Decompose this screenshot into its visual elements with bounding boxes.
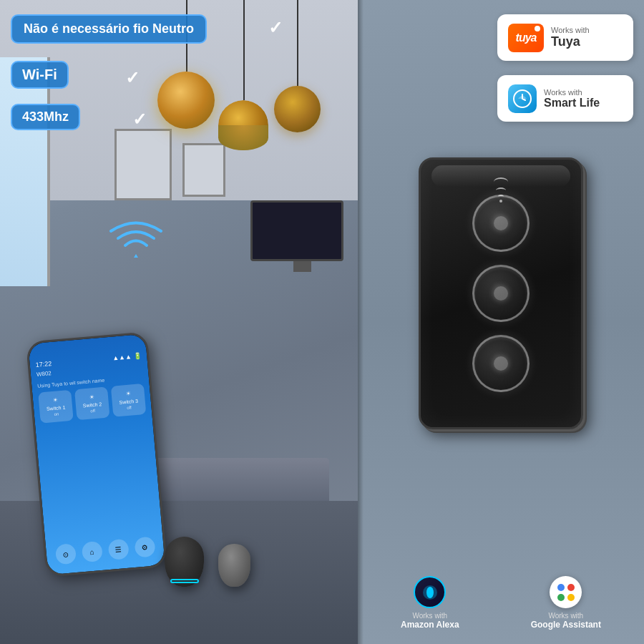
left-panel: Não é necessário fio Neutro ✓ Wi-Fi ✓ 43…: [0, 0, 358, 644]
tuya-works-with-label: Works with: [551, 26, 590, 34]
svg-point-3: [557, 584, 565, 591]
tuya-name-label: Tuya: [551, 34, 590, 49]
google-label: Works with Google Assistant: [531, 612, 601, 630]
wifi-arc-1: [494, 177, 508, 186]
tv: [250, 200, 343, 261]
switch-button-3[interactable]: [472, 335, 530, 392]
phone-switch-1[interactable]: ☀ Switch 1 on: [38, 390, 74, 424]
phone-time: 17:22: [35, 360, 52, 369]
badge-neutro-text: Não é necessário fio Neutro: [24, 21, 194, 36]
switch-button-1-inner: [494, 216, 508, 230]
pendant-lamp-1: [157, 72, 215, 129]
pendant-cord-3: [297, 0, 298, 86]
phone-mockup: 17:22 ▲▲▲ 🔋 W802 Using Tuya to wit switc…: [26, 331, 167, 577]
phone-bottom-nav: ⊙ ⌂ ☰ ⚙: [51, 532, 159, 569]
phone-nav-4[interactable]: ⚙: [134, 536, 155, 557]
switch-wifi-indicator: [494, 177, 508, 203]
phone-switch-2[interactable]: ☀ Switch 2 off: [74, 386, 110, 420]
smart-life-badge: Works with Smart Life: [497, 75, 633, 122]
check-433: ✓: [132, 109, 147, 130]
tuya-logo: tuya: [508, 24, 544, 52]
bottom-badges: Works with Amazon Alexa Works with Googl…: [365, 576, 637, 630]
wall-switch: [419, 157, 583, 429]
panel-divider: [358, 0, 364, 644]
wall-frame-2: [182, 143, 225, 197]
phone-nav-2[interactable]: ⌂: [81, 541, 102, 562]
badge-433mhz: 433Mhz: [11, 104, 80, 130]
check-wifi: ✓: [125, 68, 140, 88]
google-home-device: [218, 544, 250, 587]
wifi-arc-2: [496, 187, 506, 193]
pendant-lamp-3: [274, 86, 321, 132]
sl-name-label: Smart Life: [544, 97, 600, 109]
smart-life-text: Works with Smart Life: [544, 88, 600, 109]
phone-signal: ▲▲▲ 🔋: [112, 352, 142, 361]
phone-nav-1[interactable]: ⊙: [54, 543, 76, 565]
svg-point-4: [567, 584, 575, 591]
wifi-text: Wi-Fi: [22, 67, 57, 83]
google-icon: [550, 576, 582, 608]
svg-point-2: [426, 587, 434, 598]
pendant-cord-2: [243, 0, 245, 100]
check-neutro: ✓: [268, 18, 283, 38]
badge-wifi: Wi-Fi: [11, 61, 69, 89]
switch-button-2-inner: [494, 286, 508, 301]
switch-button-1[interactable]: [472, 195, 530, 252]
phone-switch-3[interactable]: ☀ Switch 3 off: [111, 384, 147, 417]
freq-text: 433Mhz: [22, 109, 69, 125]
wifi-floating-icon: [107, 218, 165, 264]
switch-button-3-inner: [494, 356, 508, 371]
phone-switches: ☀ Switch 1 on ☀ Switch 2 off ☀ Switch 3 …: [38, 384, 146, 424]
wifi-arc-3: [498, 195, 504, 198]
sl-works-with-label: Works with: [544, 88, 600, 97]
switch-plate: [419, 157, 583, 429]
alexa-device: [165, 537, 204, 587]
alexa-icon: [414, 576, 446, 608]
google-badge: Works with Google Assistant: [531, 576, 601, 630]
wifi-dot: [499, 200, 502, 203]
svg-point-6: [567, 594, 575, 601]
right-panel: tuya Works with Tuya Works with Smart Li…: [358, 0, 644, 644]
window: [0, 57, 50, 286]
speaker-group: [165, 537, 250, 587]
badge-no-neutral: Não é necessário fio Neutro: [11, 14, 207, 44]
phone-nav-3[interactable]: ☰: [107, 539, 129, 560]
pendant-lamp-2-bottom: [218, 125, 268, 150]
svg-point-5: [557, 594, 565, 601]
tv-stand: [293, 261, 311, 272]
switch-button-2[interactable]: [472, 265, 530, 322]
smart-life-icon: [508, 84, 537, 113]
wall-frame-1: [114, 129, 172, 200]
tuya-badge: tuya Works with Tuya: [497, 14, 633, 61]
tuya-dot: [535, 26, 540, 31]
alexa-ring: [170, 579, 199, 583]
phone-screen: 17:22 ▲▲▲ 🔋 W802 Using Tuya to wit switc…: [28, 333, 165, 575]
alexa-label: Works with Amazon Alexa: [401, 612, 459, 630]
tuya-text: Works with Tuya: [551, 26, 590, 49]
alexa-badge: Works with Amazon Alexa: [401, 576, 459, 630]
